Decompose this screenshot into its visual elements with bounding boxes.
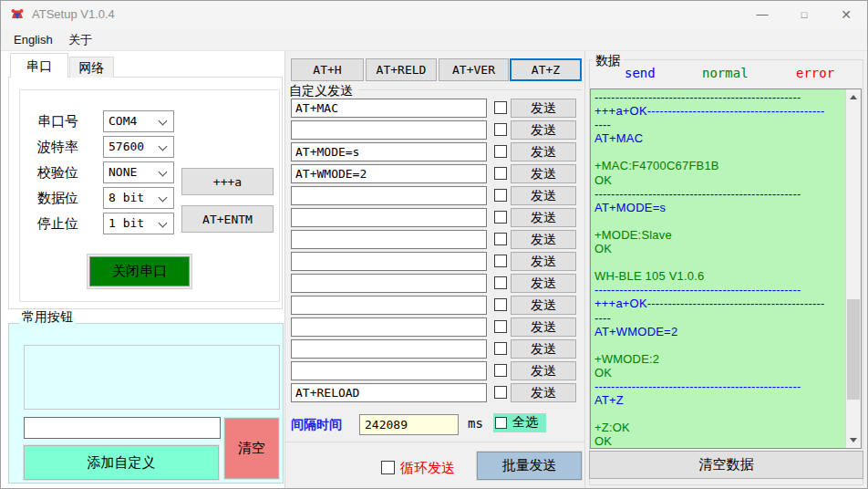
close-icon[interactable]: ✕ bbox=[825, 1, 867, 28]
log-scrollbar[interactable] bbox=[845, 89, 861, 448]
tab-network[interactable]: 网络 bbox=[69, 57, 114, 78]
row-checkbox[interactable] bbox=[494, 189, 507, 202]
chevron-down-icon bbox=[159, 193, 168, 203]
custom-send-input[interactable] bbox=[291, 339, 487, 359]
send-button[interactable]: 发送 bbox=[511, 142, 576, 161]
custom-send-input[interactable] bbox=[291, 252, 487, 271]
custom-send-input[interactable] bbox=[291, 274, 487, 293]
window-title: ATSetup V1.0.4 bbox=[32, 1, 115, 28]
menu-about[interactable]: 关于 bbox=[63, 28, 98, 51]
minimize-button[interactable]: — bbox=[741, 1, 783, 28]
log-line: +++a+OK---------------------------------… bbox=[591, 297, 845, 310]
row-checkbox[interactable] bbox=[494, 364, 507, 377]
send-button[interactable]: 发送 bbox=[511, 317, 576, 337]
send-button[interactable]: 发送 bbox=[511, 120, 576, 140]
log-line: +WMODE:2 bbox=[591, 352, 845, 366]
send-button[interactable]: 发送 bbox=[511, 252, 576, 271]
stop-bits-select[interactable]: 1 bit bbox=[103, 213, 174, 234]
row-checkbox[interactable] bbox=[494, 233, 507, 245]
interval-unit-label: ms bbox=[468, 416, 483, 431]
row-checkbox[interactable] bbox=[494, 101, 507, 114]
chevron-down-icon bbox=[159, 168, 168, 177]
log-line: ----------------------------------------… bbox=[591, 90, 845, 104]
custom-send-row: 发送 bbox=[291, 120, 583, 140]
common-buttons-list[interactable] bbox=[24, 345, 280, 410]
log-line: +MODE:Slave bbox=[591, 228, 845, 242]
log-line bbox=[591, 255, 845, 269]
custom-send-input[interactable] bbox=[291, 186, 487, 205]
custom-send-input[interactable] bbox=[291, 120, 487, 140]
com-port-select[interactable]: COM4 bbox=[103, 110, 174, 132]
send-button[interactable]: 发送 bbox=[511, 230, 576, 249]
log-line: ----------------------------------------… bbox=[591, 283, 845, 297]
maximize-button[interactable]: □ bbox=[783, 1, 825, 28]
log-line: OK bbox=[591, 173, 845, 187]
batch-send-button[interactable]: 批量发送 bbox=[477, 452, 582, 480]
row-checkbox[interactable] bbox=[494, 167, 507, 180]
interval-input[interactable] bbox=[359, 414, 459, 435]
loop-send-checkbox[interactable] bbox=[381, 461, 395, 474]
custom-send-input[interactable] bbox=[291, 142, 487, 161]
app-window: ATSetup V1.0.4 — □ ✕ English 关于 串口 网络 串口… bbox=[0, 0, 868, 489]
log-line: AT+MAC bbox=[591, 131, 845, 145]
interval-label: 间隔时间 bbox=[291, 417, 342, 433]
data-bits-select[interactable]: 8 bit bbox=[103, 187, 174, 209]
custom-send-input[interactable] bbox=[291, 230, 487, 249]
send-button[interactable]: 发送 bbox=[511, 361, 576, 380]
send-button[interactable]: 发送 bbox=[511, 208, 576, 227]
send-button[interactable]: 发送 bbox=[511, 274, 576, 293]
custom-send-input[interactable] bbox=[291, 296, 487, 315]
log-line: OK bbox=[591, 366, 845, 380]
close-serial-button[interactable]: 关闭串口 bbox=[89, 256, 190, 286]
custom-send-input[interactable] bbox=[291, 208, 487, 227]
send-button[interactable]: 发送 bbox=[511, 186, 576, 205]
menu-english[interactable]: English bbox=[8, 28, 58, 51]
row-checkbox[interactable] bbox=[494, 342, 507, 355]
row-checkbox[interactable] bbox=[494, 145, 507, 158]
custom-send-row: 发送 bbox=[291, 296, 583, 315]
log-line: WH-BLE 105 V1.0.6 bbox=[591, 269, 845, 283]
legend-normal: normal bbox=[702, 66, 749, 80]
row-checkbox[interactable] bbox=[494, 255, 507, 267]
row-checkbox[interactable] bbox=[494, 123, 507, 136]
row-checkbox[interactable] bbox=[494, 386, 507, 399]
send-button[interactable]: 发送 bbox=[511, 164, 576, 183]
at-entm-button[interactable]: AT+ENTM bbox=[181, 205, 274, 233]
stop-bits-label: 停止位 bbox=[37, 213, 101, 234]
add-custom-input[interactable] bbox=[24, 417, 221, 439]
chevron-down-icon bbox=[159, 117, 168, 126]
scroll-down-icon[interactable] bbox=[846, 432, 861, 448]
custom-send-row: 发送 bbox=[291, 383, 583, 402]
parity-select[interactable]: NONE bbox=[103, 161, 174, 183]
send-button[interactable]: 发送 bbox=[511, 339, 576, 359]
serial-port-label: 串口号 bbox=[37, 110, 101, 132]
data-log[interactable]: ----------------------------------------… bbox=[590, 88, 862, 449]
send-button[interactable]: 发送 bbox=[511, 383, 576, 402]
plus-a-button[interactable]: +++a bbox=[181, 168, 274, 195]
row-checkbox[interactable] bbox=[494, 276, 507, 289]
row-checkbox[interactable] bbox=[494, 298, 507, 311]
add-custom-button[interactable]: 添加自定义 bbox=[24, 445, 219, 480]
row-checkbox[interactable] bbox=[494, 211, 507, 224]
clear-data-button[interactable]: 清空数据 bbox=[589, 451, 863, 479]
select-all-checkbox[interactable] bbox=[495, 417, 507, 429]
tab-serial[interactable]: 串口 bbox=[10, 53, 68, 78]
scrollbar-thumb[interactable] bbox=[847, 299, 860, 400]
custom-send-input[interactable] bbox=[291, 164, 487, 183]
custom-send-row: 发送 bbox=[291, 186, 583, 205]
custom-send-input[interactable] bbox=[291, 361, 487, 380]
log-line: AT+Z bbox=[591, 393, 845, 407]
send-button[interactable]: 发送 bbox=[511, 99, 576, 118]
custom-send-input[interactable] bbox=[291, 99, 487, 118]
baud-rate-select[interactable]: 57600 bbox=[103, 136, 174, 158]
common-buttons-title: 常用按钮 bbox=[19, 309, 76, 326]
log-line: +Z:OK bbox=[591, 421, 845, 434]
custom-send-input[interactable] bbox=[291, 383, 487, 402]
custom-send-row: 发送 bbox=[291, 361, 583, 380]
scroll-up-icon[interactable] bbox=[846, 89, 861, 105]
row-checkbox[interactable] bbox=[494, 320, 507, 333]
custom-send-row: 发送 bbox=[291, 317, 583, 337]
send-button[interactable]: 发送 bbox=[511, 296, 576, 315]
custom-send-input[interactable] bbox=[291, 317, 487, 337]
clear-common-button[interactable]: 清空 bbox=[224, 418, 279, 479]
